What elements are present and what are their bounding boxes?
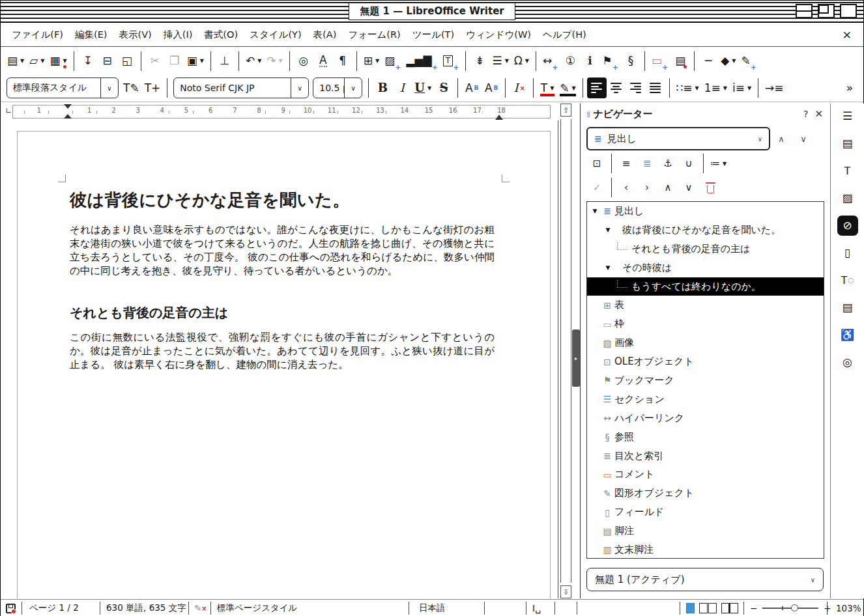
category-fields[interactable]: ▯フィールド xyxy=(587,503,824,522)
insert-hyperlink-button[interactable]: ↔+ xyxy=(540,51,560,72)
find-replace-button[interactable]: ◎ xyxy=(294,51,313,72)
menu-item-7[interactable]: フォーム(R) xyxy=(342,26,406,44)
category-hyperlinks[interactable]: ↔ハイパーリンク xyxy=(587,409,824,428)
document-paragraph-1[interactable]: それはあまり良い意味を示すものではない。誰がこんな夜更けに、しかもこんな街灯のお… xyxy=(70,223,495,278)
list-box-toggle-button[interactable]: ≣ xyxy=(637,153,657,174)
dropdown-caret-icon[interactable]: ▼ xyxy=(723,85,727,91)
undo-button[interactable]: ↶▼ xyxy=(243,51,264,72)
demote-level-button[interactable]: › xyxy=(637,177,657,198)
horizontal-ruler[interactable]: 1123456789101112131415161718 xyxy=(12,105,551,119)
redo-button[interactable]: ↷▼ xyxy=(264,51,285,72)
zoom-slider-thumb[interactable] xyxy=(791,604,798,611)
category-drawing-objects[interactable]: ✎図形オブジェクト xyxy=(587,484,824,503)
heading-levels-shown-button[interactable]: ≔▼ xyxy=(708,153,729,174)
tab-properties[interactable]: ▤ xyxy=(837,133,858,154)
paste-button[interactable]: ▣▼ xyxy=(184,51,207,72)
print-preview-button[interactable]: ◱ xyxy=(117,51,137,72)
spelling-button[interactable]: A xyxy=(313,51,333,72)
menu-item-5[interactable]: スタイル(Y) xyxy=(244,26,308,44)
sidebar-settings-button[interactable]: ☰ xyxy=(837,106,858,126)
save-status-icon[interactable] xyxy=(6,600,16,616)
menu-item-2[interactable]: 表示(V) xyxy=(113,26,158,44)
strikethrough-button[interactable]: S xyxy=(434,77,454,98)
insert-footnote-button[interactable]: ① xyxy=(560,51,580,72)
tab-stop-selector[interactable]: ∟ xyxy=(5,106,12,115)
insert-text-box-button[interactable]: T+ xyxy=(440,51,462,72)
document-heading-2[interactable]: それとも背後の足音の主は xyxy=(70,304,495,322)
category-footnotes[interactable]: ▤脚注 xyxy=(587,522,824,540)
heading-entry-1-1[interactable]: それとも背後の足音の主は xyxy=(587,240,824,259)
dropdown-caret-icon[interactable]: ▼ xyxy=(505,58,509,64)
word-count-status[interactable]: 630 単語, 635 文字 xyxy=(106,600,186,616)
navigate-by-combobox[interactable]: ≣ 見出し ∨ xyxy=(586,127,770,150)
category-endnotes[interactable]: ▥文末脚注 xyxy=(587,540,824,559)
track-changes-button[interactable]: ▤ xyxy=(670,51,690,72)
scroll-down-icon[interactable]: ⇩ xyxy=(560,585,571,598)
insert-endnote-button[interactable]: ℹ xyxy=(580,51,599,72)
clone-formatting-button[interactable]: ⊥ xyxy=(215,51,235,72)
category-tables[interactable]: ⊞表 xyxy=(587,296,824,315)
heading-entry-1[interactable]: ▼彼は背後にひそかな足音を聞いた。 xyxy=(587,221,824,240)
justified-button[interactable] xyxy=(646,77,665,98)
dropdown-caret-icon[interactable]: ▼ xyxy=(550,85,554,91)
headings-root[interactable]: ▼≣見出し xyxy=(587,202,824,221)
dropdown-caret-icon[interactable]: ▼ xyxy=(427,85,431,91)
tab-styles[interactable]: T xyxy=(837,161,858,181)
tab-gallery[interactable]: ▨ xyxy=(837,188,858,208)
dropdown-caret-icon[interactable]: ▼ xyxy=(525,58,529,64)
category-comments[interactable]: ▭コメント xyxy=(587,465,824,484)
category-references[interactable]: §参照 xyxy=(587,428,824,447)
menu-item-3[interactable]: 挿入(I) xyxy=(158,26,199,44)
document-area[interactable]: 彼は背後にひそかな足音を聞いた。 それはあまり良い意味を示すものではない。誰がこ… xyxy=(1,120,558,598)
page-number-status[interactable]: ページ 1 / 2 xyxy=(29,600,79,616)
dropdown-caret-icon[interactable]: ▼ xyxy=(375,58,379,64)
category-ole-objects[interactable]: ⊡OLEオブジェクト xyxy=(587,352,824,371)
move-heading-down-button[interactable]: ∨ xyxy=(678,177,699,198)
underline-button[interactable]: U▼ xyxy=(412,77,434,98)
apply-checkmark-button[interactable]: ✓ xyxy=(586,177,607,198)
document-heading-1[interactable]: 彼は背後にひそかな足音を聞いた。 xyxy=(70,189,495,212)
superscript-button[interactable]: AB xyxy=(462,77,482,98)
subscript-button[interactable]: AB xyxy=(482,77,501,98)
zoom-slider[interactable] xyxy=(762,608,818,609)
content-navigation-view-button[interactable]: ≡ xyxy=(616,153,637,174)
menu-item-8[interactable]: ツール(T) xyxy=(407,26,460,44)
collapse-arrow-icon[interactable]: ▼ xyxy=(590,208,600,214)
page-style-status[interactable]: 標準ページスタイル xyxy=(217,600,297,616)
vertical-scrollbar[interactable]: ⇧ ⇩ xyxy=(559,104,573,598)
insert-comment-button[interactable]: ▭+ xyxy=(649,51,670,72)
dropdown-caret-icon[interactable]: ▼ xyxy=(20,58,24,64)
category-indexes[interactable]: ≣目次と索引 xyxy=(587,447,824,466)
heading-entry-2-1[interactable]: もうすべては終わりなのか。 xyxy=(587,277,824,296)
export-pdf-button[interactable]: ↧ xyxy=(78,51,98,72)
digital-signature-icon[interactable]: ✎× xyxy=(194,600,207,616)
window-maximize-button[interactable] xyxy=(840,4,857,18)
dropdown-caret-icon[interactable]: ▼ xyxy=(40,58,44,64)
menu-item-0[interactable]: ファイル(F) xyxy=(6,26,69,44)
freeform-line-button[interactable]: ✎+ xyxy=(738,51,758,72)
menu-item-10[interactable]: ヘルプ(H) xyxy=(537,26,592,44)
scroll-up-icon[interactable]: ⇧ xyxy=(560,104,571,117)
save-button[interactable]: ▦▼ xyxy=(47,51,69,72)
close-document-icon[interactable]: ✕ xyxy=(836,29,858,42)
menu-item-9[interactable]: ウィンドウ(W) xyxy=(460,26,537,44)
category-sections[interactable]: ☰セクション xyxy=(587,390,824,409)
tab-navigator[interactable]: ⊘ xyxy=(837,216,858,236)
navigator-close-icon[interactable]: ✕ xyxy=(813,108,824,120)
insert-line-button[interactable]: ─ xyxy=(698,51,718,72)
move-heading-up-button[interactable]: ∧ xyxy=(657,177,678,198)
font-color-button[interactable]: T▼ xyxy=(538,77,557,98)
collapse-arrow-icon[interactable]: ▼ xyxy=(603,227,613,233)
insert-special-character-button[interactable]: Ω▼ xyxy=(511,51,532,72)
new-style-button[interactable]: T+ xyxy=(142,77,164,98)
zoom-out-button[interactable]: − xyxy=(750,603,757,613)
window-restore-button[interactable] xyxy=(818,4,835,18)
align-right-button[interactable] xyxy=(626,77,646,98)
anchor-text-button[interactable]: ⚓ xyxy=(657,153,678,174)
navigator-help-button[interactable]: ? xyxy=(798,109,813,119)
toggle-master-view-button[interactable]: ⊡ xyxy=(586,153,607,174)
more-options-button[interactable]: » xyxy=(840,77,859,98)
navigate-next-button[interactable]: ∨ xyxy=(792,129,814,148)
delete-heading-button[interactable] xyxy=(699,177,720,198)
print-button[interactable]: ⊟ xyxy=(98,51,117,72)
